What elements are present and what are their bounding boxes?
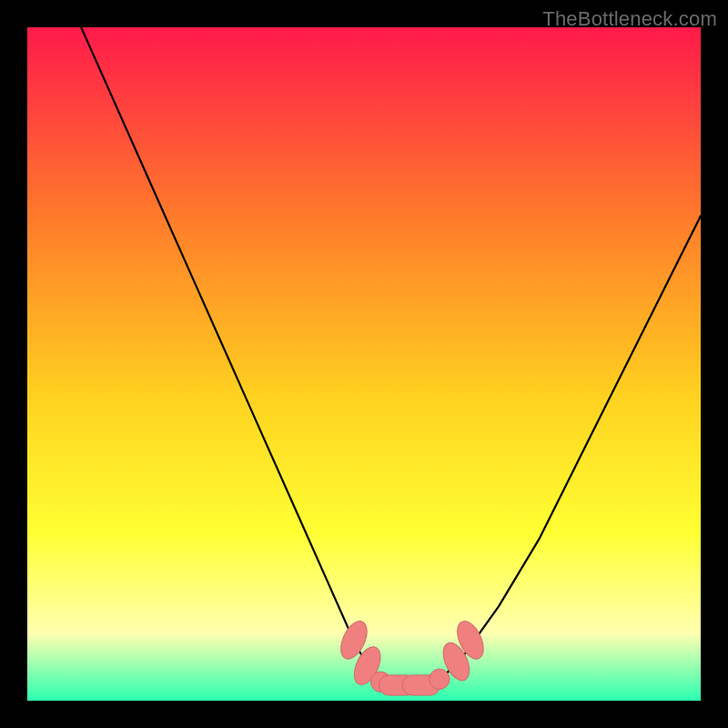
watermark-text: TheBottleneck.com xyxy=(542,7,717,31)
chart-svg xyxy=(27,27,701,701)
chart-frame: TheBottleneck.com xyxy=(0,0,728,728)
gradient-background xyxy=(27,27,701,701)
curve-marker xyxy=(430,669,450,689)
plot-area xyxy=(27,27,701,701)
